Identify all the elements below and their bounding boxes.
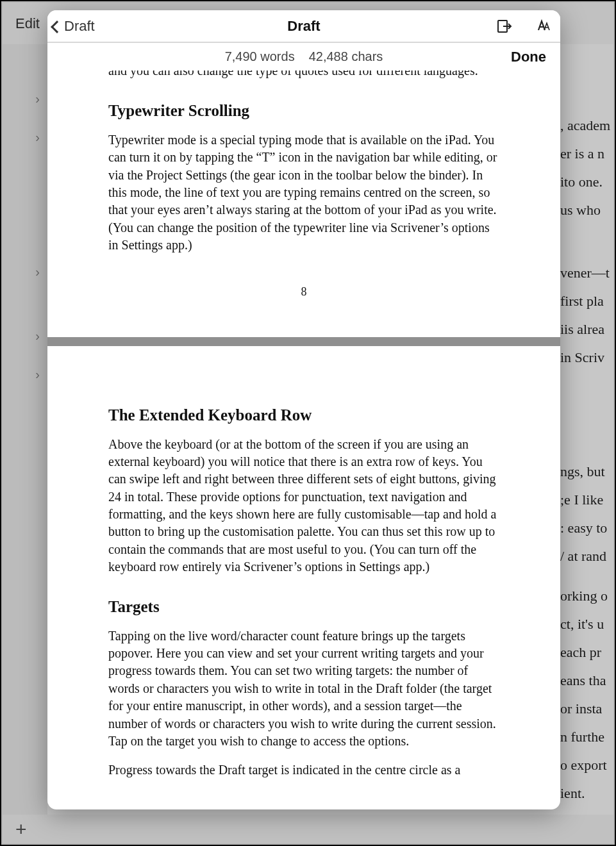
add-icon: + (15, 818, 27, 840)
background-sidebar: › › › › › (3, 44, 47, 815)
export-icon[interactable] (494, 15, 515, 37)
heading-typewriter: Typewriter Scrolling (108, 102, 499, 120)
back-button[interactable]: Draft (47, 18, 95, 35)
modal-header: Draft Draft (47, 10, 560, 42)
heading-extended-keyboard: The Extended Keyboard Row (108, 406, 499, 424)
body-text: Progress towards the Draft target is ind… (108, 761, 499, 781)
body-text: Above the keyboard (or at the bottom of … (108, 436, 499, 576)
chevron-left-icon (51, 21, 63, 33)
page-gap (47, 337, 560, 346)
document-page: The Extended Keyboard Row Above the keyb… (47, 406, 560, 781)
modal-title: Draft (47, 18, 560, 35)
document-page: equivalents as you type. You can turn th… (47, 42, 560, 337)
compile-preview-modal: Draft Draft equivalents as you type. You… (47, 10, 560, 809)
page-number: 8 (108, 285, 499, 299)
edit-label: Edit (15, 15, 40, 32)
back-label: Draft (64, 18, 95, 35)
body-text: Typewriter mode is a special typing mode… (108, 131, 499, 254)
word-count[interactable]: 7,490 words (225, 49, 295, 64)
document-preview[interactable]: equivalents as you type. You can turn th… (47, 42, 560, 781)
appearance-icon[interactable] (532, 15, 554, 37)
body-text: Tapping on the live word/character count… (108, 627, 499, 751)
modal-footer: 7,490 words 42,488 chars Done (47, 42, 560, 70)
char-count[interactable]: 42,488 chars (309, 49, 383, 64)
heading-targets: Targets (108, 598, 499, 616)
done-button[interactable]: Done (511, 49, 546, 65)
